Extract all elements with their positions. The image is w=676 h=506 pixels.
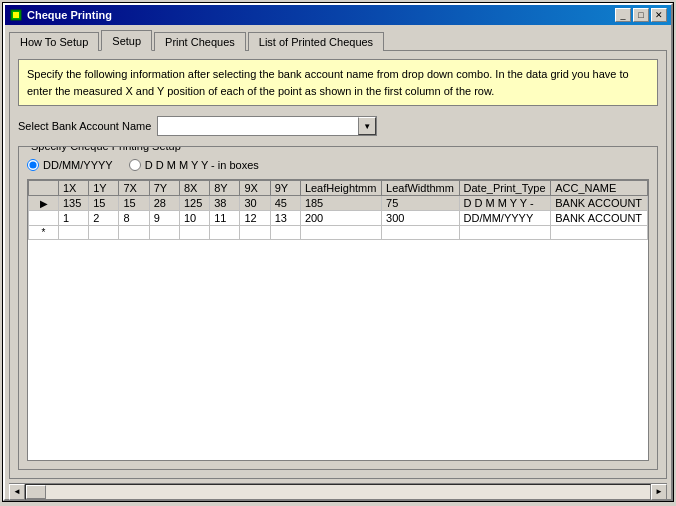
col-header-8y: 8Y [210,181,240,196]
col-header-acc-name: ACC_NAME [551,181,648,196]
cell-9y-1[interactable]: 45 [270,196,300,211]
minimize-button[interactable]: _ [615,8,631,22]
svg-rect-1 [13,12,19,18]
cell-leaf-height-1[interactable]: 185 [300,196,381,211]
col-header-8x: 8X [179,181,209,196]
data-grid-wrapper[interactable]: 1X 1Y 7X 7Y 8X 8Y 9X 9Y LeafHeightmm Lea… [27,179,649,461]
col-header-7x: 7X [119,181,149,196]
cell-1y-new[interactable] [89,226,119,240]
col-header-leaf-width: LeafWidthmm [382,181,459,196]
title-bar: Cheque Printing _ □ ✕ [5,5,671,25]
bank-account-input[interactable] [158,117,358,135]
tab-how-to-setup[interactable]: How To Setup [9,32,99,51]
horizontal-scrollbar: ◄ ► [9,483,667,499]
cell-7x-1[interactable]: 15 [119,196,149,211]
cell-acc-name-1[interactable]: BANK ACCOUNT [551,196,648,211]
tab-list-of-printed-cheques[interactable]: List of Printed Cheques [248,32,384,51]
table-row[interactable]: ▶ 135 15 15 28 125 38 30 45 185 75 D D M… [29,196,648,211]
hscroll-track-area: ◄ ► [9,484,667,500]
cell-leaf-width-1[interactable]: 75 [382,196,459,211]
scroll-track[interactable] [25,484,651,500]
tab-content-setup: Specify the following information after … [9,50,667,479]
cell-leaf-width-new[interactable] [382,226,459,240]
tab-setup[interactable]: Setup [101,30,152,51]
cell-leaf-height-new[interactable] [300,226,381,240]
info-box: Specify the following information after … [18,59,658,106]
cell-acc-name-2[interactable]: BANK ACCOUNT [551,211,648,226]
radio-row: DD/MM/YYYY D D M M Y Y - in boxes [27,159,649,171]
scroll-thumb[interactable] [26,485,46,499]
radio-ddmmyy-boxes[interactable] [129,159,141,171]
cell-leaf-width-2[interactable]: 300 [382,211,459,226]
window-controls: _ □ ✕ [615,8,667,22]
cell-7y-new[interactable] [149,226,179,240]
cell-date-print-type-new[interactable] [459,226,551,240]
cell-7x-2[interactable]: 8 [119,211,149,226]
cell-8y-2[interactable]: 11 [210,211,240,226]
window-title: Cheque Printing [27,9,615,21]
col-header-1x: 1X [59,181,89,196]
cell-acc-name-new[interactable] [551,226,648,240]
scroll-right-button[interactable]: ► [651,484,667,500]
radio-ddmmyyyy[interactable] [27,159,39,171]
row-indicator-new: * [29,226,59,240]
cell-1y-1[interactable]: 15 [89,196,119,211]
table-row-new[interactable]: * [29,226,648,240]
tab-print-cheques[interactable]: Print Cheques [154,32,246,51]
cell-9x-1[interactable]: 30 [240,196,270,211]
row-indicator-2 [29,211,59,226]
col-header-7y: 7Y [149,181,179,196]
cell-8x-1[interactable]: 125 [179,196,209,211]
cell-7y-2[interactable]: 9 [149,211,179,226]
row-indicator-1: ▶ [29,196,59,211]
main-window: Cheque Printing _ □ ✕ How To Setup Setup… [3,3,673,501]
window-icon [9,8,23,22]
cell-1x-2[interactable]: 1 [59,211,89,226]
col-header-leaf-height: LeafHeightmm [300,181,381,196]
cell-9x-new[interactable] [240,226,270,240]
col-header-1y: 1Y [89,181,119,196]
cell-9x-2[interactable]: 12 [240,211,270,226]
bank-account-label: Select Bank Account Name [18,120,151,132]
cell-7x-new[interactable] [119,226,149,240]
radio-ddmmyy-boxes-label[interactable]: D D M M Y Y - in boxes [129,159,259,171]
col-header-indicator [29,181,59,196]
tab-bar: How To Setup Setup Print Cheques List of… [5,25,671,50]
cell-date-print-type-2[interactable]: DD/MM/YYYY [459,211,551,226]
col-header-9x: 9X [240,181,270,196]
cell-1x-1[interactable]: 135 [59,196,89,211]
cell-leaf-height-2[interactable]: 200 [300,211,381,226]
data-grid: 1X 1Y 7X 7Y 8X 8Y 9X 9Y LeafHeightmm Lea… [28,180,648,240]
restore-button[interactable]: □ [633,8,649,22]
bank-account-dropdown-button[interactable]: ▼ [358,117,376,135]
radio-ddmmyyyy-label[interactable]: DD/MM/YYYY [27,159,113,171]
cell-9y-2[interactable]: 13 [270,211,300,226]
scroll-left-button[interactable]: ◄ [9,484,25,500]
col-header-9y: 9Y [270,181,300,196]
bank-account-row: Select Bank Account Name ▼ [18,116,658,136]
col-header-date-print-type: Date_Print_Type [459,181,551,196]
group-box-title: Specify Cheque Printing Setup [27,146,185,152]
cell-8x-new[interactable] [179,226,209,240]
table-row[interactable]: 1 2 8 9 10 11 12 13 200 300 DD/MM/YYYY B… [29,211,648,226]
cell-8y-1[interactable]: 38 [210,196,240,211]
cell-7y-1[interactable]: 28 [149,196,179,211]
cheque-printing-setup-group: Specify Cheque Printing Setup DD/MM/YYYY… [18,146,658,470]
cell-date-print-type-1[interactable]: D D M M Y Y - [459,196,551,211]
cell-1y-2[interactable]: 2 [89,211,119,226]
bank-account-dropdown-wrapper: ▼ [157,116,377,136]
close-button[interactable]: ✕ [651,8,667,22]
cell-1x-new[interactable] [59,226,89,240]
cell-9y-new[interactable] [270,226,300,240]
cell-8y-new[interactable] [210,226,240,240]
cell-8x-2[interactable]: 10 [179,211,209,226]
